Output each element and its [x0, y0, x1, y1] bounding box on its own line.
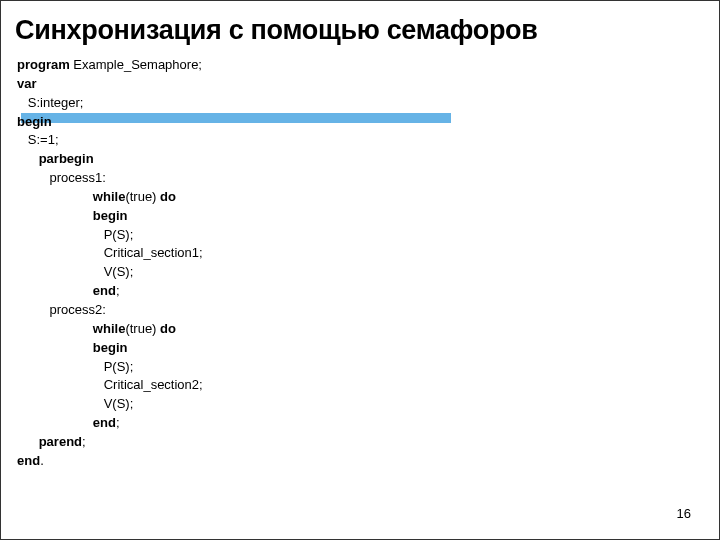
proc2-label: process2:	[17, 302, 106, 317]
while-cond-1: (true)	[125, 189, 160, 204]
kw-parbegin: parbegin	[39, 151, 94, 166]
kw-while-2: while	[93, 321, 126, 336]
kw-parend: parend	[39, 434, 82, 449]
kw-begin-2: begin	[93, 340, 128, 355]
ps-2: P(S);	[17, 359, 133, 374]
kw-end-1: end	[93, 283, 116, 298]
while-cond-2: (true)	[125, 321, 160, 336]
dot: .	[40, 453, 44, 468]
var-decl: S:integer;	[17, 95, 83, 110]
kw-end-2: end	[93, 415, 116, 430]
prog-name: Example_Semaphore;	[70, 57, 202, 72]
kw-begin: begin	[17, 114, 52, 129]
kw-while-1: while	[93, 189, 126, 204]
semi-3: ;	[82, 434, 86, 449]
kw-do-1: do	[160, 189, 176, 204]
cs2: Critical_section2;	[17, 377, 203, 392]
vs-1: V(S);	[17, 264, 133, 279]
cs1: Critical_section1;	[17, 245, 203, 260]
kw-var: var	[17, 76, 37, 91]
semi-2: ;	[116, 415, 120, 430]
code-block: program Example_Semaphore; var S:integer…	[1, 50, 719, 471]
slide-title: Синхронизация с помощью семафоров	[1, 1, 719, 50]
kw-do-2: do	[160, 321, 176, 336]
vs-2: V(S);	[17, 396, 133, 411]
proc1-label: process1:	[17, 170, 106, 185]
slide: Синхронизация с помощью семафоров progra…	[0, 0, 720, 540]
kw-program: program	[17, 57, 70, 72]
semi-1: ;	[116, 283, 120, 298]
kw-end-final: end	[17, 453, 40, 468]
assign: S:=1;	[17, 132, 59, 147]
page-number: 16	[677, 506, 691, 521]
ps-1: P(S);	[17, 227, 133, 242]
kw-begin-1: begin	[93, 208, 128, 223]
